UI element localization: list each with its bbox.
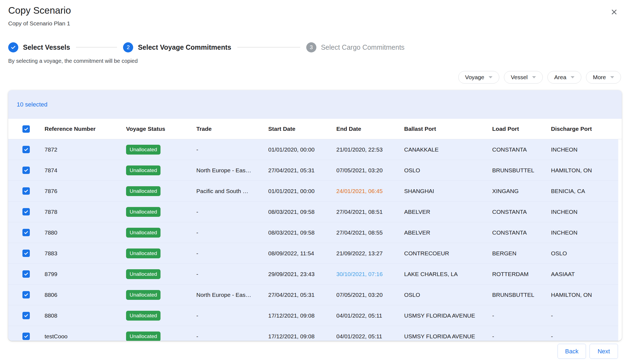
discharge-port-cell: INCHEON (551, 209, 622, 215)
ballast-port-cell: ABELVER (404, 209, 492, 215)
column-header-end-date[interactable]: End Date (336, 126, 404, 132)
ballast-port-cell: CANAKKALE (404, 146, 492, 153)
more-filter-button[interactable]: More (586, 71, 621, 84)
table-row[interactable]: 7883 Unallocated - 08/09/2022, 11:54 21/… (8, 243, 622, 264)
load-port-cell: BERGEN (492, 250, 551, 257)
reference-number-cell: 8799 (45, 271, 126, 277)
load-port-cell: - (492, 333, 551, 340)
table-row[interactable]: 7876 Unallocated Pacific and South … 01/… (8, 181, 622, 202)
step-number-badge: 3 (306, 42, 316, 52)
trade-cell: Pacific and South … (196, 188, 268, 194)
table-row[interactable]: testCooo Unallocated - 17/12/2021, 09:08… (8, 326, 622, 341)
reference-number-cell: 7872 (45, 146, 126, 153)
trade-cell: North Europe - Eas… (196, 167, 268, 174)
voyage-status-cell: Unallocated (126, 269, 196, 279)
chevron-down-icon (489, 76, 492, 78)
filter-label: Vessel (511, 74, 528, 81)
status-badge: Unallocated (126, 165, 161, 175)
status-badge: Unallocated (126, 145, 161, 155)
voyage-status-cell: Unallocated (126, 311, 196, 321)
status-badge: Unallocated (126, 207, 161, 217)
step-label: Select Vessels (23, 43, 70, 51)
table-row[interactable]: 7880 Unallocated - 08/03/2021, 09:58 27/… (8, 222, 622, 243)
column-header-discharge-port[interactable]: Discharge Port (551, 126, 622, 132)
reference-number-cell: 7878 (45, 209, 126, 215)
row-checkbox[interactable] (22, 291, 30, 298)
vertical-scrollbar[interactable] (618, 119, 622, 341)
step-select-voyage-commitments[interactable]: 2 Select Voyage Commitments (123, 42, 231, 52)
step-number-badge: 2 (123, 42, 133, 52)
dialog-footer: Back Next (558, 344, 618, 359)
table-row[interactable]: 8808 Unallocated - 17/12/2021, 09:08 04/… (8, 305, 622, 326)
next-button[interactable]: Next (590, 344, 618, 359)
row-checkbox[interactable] (22, 208, 30, 215)
step-complete-check-icon (8, 42, 18, 52)
filter-label: More (593, 74, 606, 81)
discharge-port-cell: INCHEON (551, 229, 622, 236)
row-checkbox[interactable] (22, 312, 30, 319)
vessel-filter-button[interactable]: Vessel (504, 71, 543, 84)
area-filter-button[interactable]: Area (547, 71, 581, 84)
voyage-commitments-table: 10 selected Reference Number Voyage Stat… (8, 90, 622, 341)
row-checkbox[interactable] (22, 270, 30, 278)
column-header-start-date[interactable]: Start Date (268, 126, 336, 132)
step-connector (76, 47, 117, 48)
status-badge: Unallocated (126, 290, 161, 300)
selection-bar: 10 selected (8, 90, 622, 119)
table-body: 7872 Unallocated - 01/01/2020, 00:00 21/… (8, 139, 622, 341)
column-header-trade[interactable]: Trade (196, 126, 268, 132)
filter-bar: Voyage Vessel Area More (458, 71, 621, 84)
voyage-filter-button[interactable]: Voyage (458, 71, 499, 84)
voyage-status-cell: Unallocated (126, 207, 196, 217)
row-checkbox[interactable] (22, 167, 30, 174)
row-checkbox[interactable] (22, 333, 30, 340)
select-all-checkbox[interactable] (22, 125, 30, 133)
end-date-cell: 04/01/2022, 05:11 (336, 312, 404, 319)
back-button[interactable]: Back (558, 344, 586, 359)
end-date-cell: 04/01/2022, 05:11 (336, 333, 404, 340)
trade-cell: - (196, 146, 268, 153)
start-date-cell: 27/04/2021, 05:31 (268, 167, 336, 174)
table-row[interactable]: 7878 Unallocated - 08/03/2021, 09:58 27/… (8, 202, 622, 222)
load-port-cell: BRUNSBUTTEL (492, 167, 551, 174)
trade-cell: - (196, 271, 268, 277)
table-row[interactable]: 8799 Unallocated - 29/09/2021, 23:43 30/… (8, 264, 622, 285)
row-checkbox[interactable] (22, 250, 30, 257)
reference-number-cell: 8808 (45, 312, 126, 319)
load-port-cell: CONSTANTA (492, 229, 551, 236)
row-checkbox[interactable] (22, 229, 30, 236)
start-date-cell: 08/03/2021, 09:58 (268, 209, 336, 215)
load-port-cell: BRUNSBUTTEL (492, 292, 551, 298)
column-header-load-port[interactable]: Load Port (492, 126, 551, 132)
table-row[interactable]: 7872 Unallocated - 01/01/2020, 00:00 21/… (8, 139, 622, 160)
discharge-port-cell: INCHEON (551, 146, 622, 153)
start-date-cell: 01/01/2021, 00:00 (268, 188, 336, 194)
chevron-down-icon (532, 76, 536, 78)
end-date-cell: 07/05/2021, 03:20 (336, 167, 404, 174)
column-header-ballast-port[interactable]: Ballast Port (404, 126, 492, 132)
row-checkbox[interactable] (22, 146, 30, 153)
voyage-status-cell: Unallocated (126, 165, 196, 175)
column-header-reference-number[interactable]: Reference Number (45, 126, 126, 132)
trade-cell: - (196, 312, 268, 319)
start-date-cell: 08/03/2021, 09:58 (268, 229, 336, 236)
step-label: Select Cargo Commitments (321, 43, 405, 51)
ballast-port-cell: USMSY FLORIDA AVENUE (404, 333, 492, 340)
start-date-cell: 27/04/2021, 05:31 (268, 292, 336, 298)
table-row[interactable]: 7874 Unallocated North Europe - Eas… 27/… (8, 160, 622, 181)
close-button[interactable] (608, 6, 620, 18)
start-date-cell: 29/09/2021, 23:43 (268, 271, 336, 277)
discharge-port-cell: AASIAAT (551, 271, 622, 277)
reference-number-cell: 7883 (45, 250, 126, 257)
load-port-cell: ROTTERDAM (492, 271, 551, 277)
dialog-subtitle: Copy of Scenario Plan 1 (8, 20, 70, 27)
step-select-vessels[interactable]: Select Vessels (8, 42, 70, 52)
step-select-cargo-commitments[interactable]: 3 Select Cargo Commitments (306, 42, 405, 52)
chevron-down-icon (571, 76, 574, 78)
selected-count: 10 selected (17, 101, 48, 108)
trade-cell: - (196, 250, 268, 257)
table-row[interactable]: 8806 Unallocated North Europe - Eas… 27/… (8, 285, 622, 305)
voyage-status-cell: Unallocated (126, 145, 196, 155)
row-checkbox[interactable] (22, 187, 30, 195)
column-header-voyage-status[interactable]: Voyage Status (126, 126, 196, 132)
